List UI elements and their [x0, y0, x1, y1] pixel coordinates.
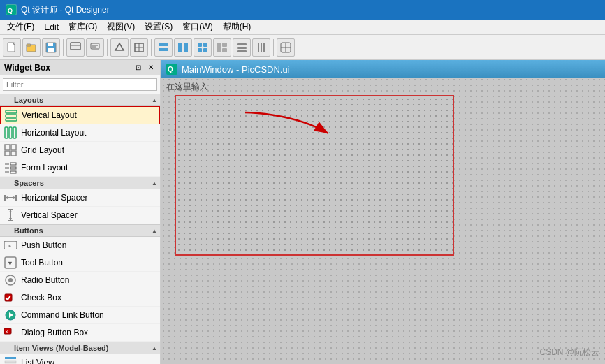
svg-rect-4: [27, 44, 31, 46]
item-dialog-button-box[interactable]: ✕ Dialog Button Box: [0, 324, 160, 342]
radiobtn-icon: [4, 274, 17, 286]
section-item-views-toggle[interactable]: ▲: [152, 345, 157, 351]
tool1-button[interactable]: [110, 38, 129, 57]
svg-text:OK: OK: [6, 244, 12, 248]
layout1-button[interactable]: [154, 38, 173, 57]
item-radio-button[interactable]: Radio Button: [0, 272, 160, 289]
svg-text:▼: ▼: [7, 260, 13, 267]
menu-settings[interactable]: 设置(S): [140, 20, 177, 34]
item-vertical-layout-label: Vertical Layout: [22, 110, 77, 120]
section-buttons-toggle[interactable]: ▲: [152, 228, 157, 234]
item-vertical-spacer[interactable]: Vertical Spacer: [0, 207, 160, 224]
svg-rect-75: [5, 361, 16, 363]
vspacer-icon: [4, 209, 17, 221]
canvas-hint: 在这里输入: [161, 78, 605, 96]
item-command-link-button-label: Command Link Button: [21, 310, 104, 320]
section-item-views[interactable]: Item Views (Model-Based) ▲: [0, 342, 160, 354]
canvas-window-titlebar: Q MainWindow - PicCSDN.ui: [161, 60, 605, 78]
widget-box-float-btn[interactable]: ⊡: [133, 63, 143, 73]
watermark-text: CSDN @阮松云: [539, 347, 599, 357]
item-check-box[interactable]: Check Box: [0, 289, 160, 307]
form-icon: [4, 161, 17, 174]
item-form-layout[interactable]: Form Layout: [0, 159, 160, 177]
item-horizontal-layout[interactable]: Horizontal Layout: [0, 124, 160, 142]
svg-rect-30: [237, 50, 247, 52]
svg-text:Q: Q: [8, 7, 13, 14]
item-horizontal-spacer-label: Horizontal Spacer: [21, 193, 87, 203]
widget-box-header: Widget Box ⊡ ✕: [0, 60, 160, 75]
print1-button[interactable]: [66, 38, 85, 57]
svg-marker-13: [115, 43, 124, 50]
menu-view[interactable]: 视图(V): [103, 20, 139, 34]
item-horizontal-spacer[interactable]: Horizontal Spacer: [0, 189, 160, 207]
widget-box-controls: ⊡ ✕: [133, 63, 156, 73]
section-layouts-toggle[interactable]: ▲: [152, 97, 157, 103]
layout2-button[interactable]: [174, 38, 192, 57]
item-grid-layout[interactable]: Grid Layout: [0, 142, 160, 159]
design-frame: [175, 95, 454, 256]
item-list-view[interactable]: List View: [0, 354, 160, 364]
item-command-link-button[interactable]: Command Link Button: [0, 307, 160, 324]
menu-edit[interactable]: Edit: [40, 20, 63, 34]
section-spacers[interactable]: Spacers ▲: [0, 177, 160, 189]
cmdlink-icon: [4, 309, 17, 321]
svg-rect-45: [5, 151, 10, 156]
new-button[interactable]: [3, 38, 21, 57]
svg-rect-25: [217, 43, 221, 52]
svg-rect-43: [5, 145, 10, 150]
svg-rect-42: [13, 127, 16, 138]
item-vertical-layout[interactable]: Vertical Layout: [0, 106, 160, 124]
section-buttons[interactable]: Buttons ▲: [0, 224, 160, 237]
svg-rect-29: [237, 47, 247, 49]
hspacer-icon: [4, 191, 17, 204]
svg-rect-38: [6, 115, 17, 117]
layout4-button[interactable]: [213, 38, 231, 57]
menu-window[interactable]: 窗库(O): [64, 20, 101, 34]
filter-input[interactable]: [3, 78, 157, 91]
hlayout-icon: [4, 126, 17, 139]
svg-rect-52: [10, 171, 16, 173]
checkbox-icon: [4, 291, 17, 304]
item-radio-button-label: Radio Button: [21, 275, 69, 285]
svg-rect-6: [48, 43, 53, 46]
layout6-button[interactable]: [252, 38, 270, 57]
svg-rect-37: [6, 110, 17, 113]
item-tool-button[interactable]: ▼ Tool Button: [0, 254, 160, 272]
dialogbtn-icon: ✕: [4, 326, 17, 339]
print2-button[interactable]: [86, 38, 104, 57]
widget-box-close-btn[interactable]: ✕: [146, 63, 156, 73]
svg-rect-21: [198, 43, 202, 47]
widget-box-title: Widget Box: [4, 63, 50, 73]
svg-rect-23: [198, 48, 202, 52]
listview-icon: [4, 356, 17, 364]
sep1: [63, 39, 64, 56]
toolbtn-icon: ▼: [4, 256, 17, 269]
svg-rect-7: [48, 48, 54, 52]
svg-rect-27: [222, 48, 227, 52]
section-layouts-label: Layouts: [14, 96, 43, 104]
toolbar: [0, 35, 605, 60]
widget-list: Layouts ▲ Vertical Layout: [0, 94, 160, 364]
menu-window2[interactable]: 窗口(W): [178, 20, 217, 34]
main-layout: Widget Box ⊡ ✕ Layouts ▲: [0, 60, 605, 364]
svg-rect-50: [10, 167, 16, 169]
vlayout-icon: [5, 109, 17, 122]
svg-rect-49: [5, 167, 9, 169]
svg-text:✕: ✕: [5, 330, 8, 334]
open-button[interactable]: [22, 38, 41, 57]
menu-file[interactable]: 文件(F): [3, 20, 38, 34]
svg-rect-20: [184, 43, 188, 52]
layout3-button[interactable]: [194, 38, 212, 57]
menu-help[interactable]: 帮助(H): [219, 20, 256, 34]
save-button[interactable]: [42, 38, 60, 57]
svg-rect-18: [159, 48, 168, 51]
svg-rect-26: [222, 43, 227, 47]
tool2-button[interactable]: [130, 38, 148, 57]
layout5-button[interactable]: [233, 38, 251, 57]
adjust-button[interactable]: [277, 38, 295, 57]
section-layouts[interactable]: Layouts ▲: [0, 94, 160, 106]
item-check-box-label: Check Box: [21, 293, 61, 303]
item-horizontal-layout-label: Horizontal Layout: [21, 128, 86, 138]
section-spacers-toggle[interactable]: ▲: [152, 180, 157, 187]
item-push-button[interactable]: OK Push Button: [0, 237, 160, 254]
